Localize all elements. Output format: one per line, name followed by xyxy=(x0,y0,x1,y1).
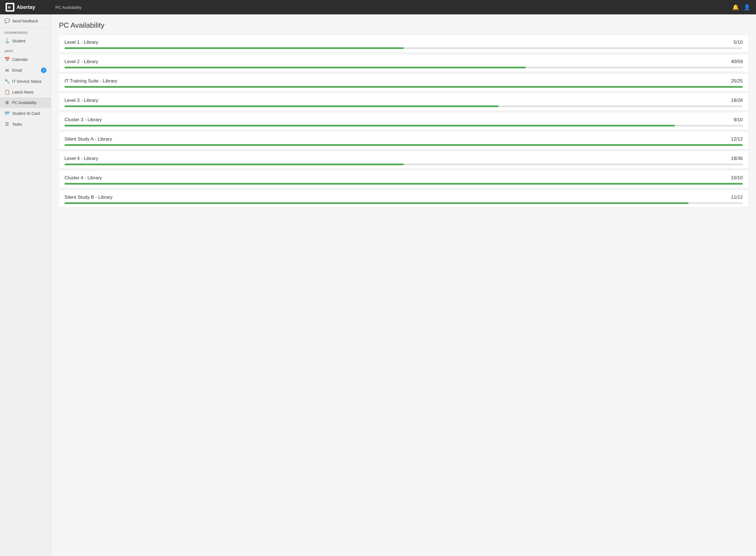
location-count: 18/28 xyxy=(731,98,743,103)
progress-bar-bg xyxy=(65,144,743,146)
calendar-icon: 📅 xyxy=(4,57,9,62)
topnav-title: PC Availability xyxy=(55,5,727,10)
sidebar-calendar-label: Calendar xyxy=(12,57,28,62)
progress-bar-fill xyxy=(65,164,404,165)
sidebar: 💬 Send feedback DASHBOARDS ⚓ Student APP… xyxy=(0,14,51,556)
location-name: Level 3 - Library xyxy=(65,98,98,103)
svg-text:M: M xyxy=(8,5,11,9)
progress-bar-fill xyxy=(65,67,526,68)
page-title: PC Availability xyxy=(59,21,748,30)
sidebar-item-email[interactable]: ✉ Email 4 xyxy=(0,65,51,76)
card-header: Level 3 - Library 18/28 xyxy=(65,98,743,103)
feedback-icon: 💬 xyxy=(4,18,9,24)
card-header: Cluster 3 - Library 9/10 xyxy=(65,117,743,123)
apps-section-label: APPS xyxy=(0,46,51,54)
sidebar-pc-availability-label: PC Availability xyxy=(12,100,37,105)
bell-icon[interactable]: 🔔 xyxy=(732,4,739,10)
location-count: 25/25 xyxy=(731,78,743,84)
card-header: Level 4 - Library 18/36 xyxy=(65,156,743,161)
progress-bar-bg xyxy=(65,183,743,184)
location-name: Level 1 - Library xyxy=(65,40,98,45)
progress-bar-fill xyxy=(65,202,688,204)
sidebar-item-calendar[interactable]: 📅 Calendar xyxy=(0,54,51,65)
email-badge: 4 xyxy=(41,68,46,73)
topnav-icons: 🔔 👤 xyxy=(732,4,751,10)
location-name: Level 2 - Library xyxy=(65,59,98,65)
location-count: 12/12 xyxy=(731,136,743,142)
location-card-it-training-suite: IT Training Suite - Library 25/25 xyxy=(59,74,748,91)
location-count: 9/10 xyxy=(733,117,743,123)
location-card-silent-study-a: Silent Study A - Library 12/12 xyxy=(59,132,748,149)
location-card-level1-library: Level 1 - Library 5/10 xyxy=(59,35,748,52)
topnav: M Abertay PC Availability 🔔 👤 xyxy=(0,0,756,14)
email-icon: ✉ xyxy=(4,68,9,73)
logo-icon: M xyxy=(5,3,14,12)
send-feedback-item[interactable]: 💬 Send feedback xyxy=(0,14,51,28)
dashboards-section-label: DASHBOARDS xyxy=(0,28,51,35)
progress-bar-bg xyxy=(65,125,743,127)
progress-bar-fill xyxy=(65,105,499,107)
sidebar-student-label: Student xyxy=(12,39,26,43)
location-count: 18/36 xyxy=(731,156,743,161)
progress-bar-bg xyxy=(65,202,743,204)
card-header: Level 2 - Library 40/59 xyxy=(65,59,743,65)
location-card-cluster3-library: Cluster 3 - Library 9/10 xyxy=(59,113,748,130)
card-header: Silent Study A - Library 12/12 xyxy=(65,136,743,142)
card-header: Silent Study B - Library 11/12 xyxy=(65,195,743,200)
progress-bar-fill xyxy=(65,86,743,88)
location-card-cluster4-library: Cluster 4 - Library 10/10 xyxy=(59,171,748,188)
sidebar-latest-news-label: Latest News xyxy=(12,90,34,94)
sidebar-email-label: Email xyxy=(12,68,22,72)
location-card-level3-library: Level 3 - Library 18/28 xyxy=(59,93,748,110)
card-header: IT Training Suite - Library 25/25 xyxy=(65,78,743,84)
location-card-level2-library: Level 2 - Library 40/59 xyxy=(59,55,748,72)
anchor-icon: ⚓ xyxy=(4,38,9,43)
main-content: PC Availability Level 1 - Library 5/10 L… xyxy=(51,14,756,556)
sidebar-student-id-label: Student ID Card xyxy=(12,111,40,116)
id-card-icon: 🪪 xyxy=(4,111,9,116)
location-count: 5/10 xyxy=(733,40,743,45)
location-name: Silent Study A - Library xyxy=(65,136,112,142)
progress-bar-fill xyxy=(65,144,743,146)
monitor-icon: 🖥 xyxy=(4,100,9,105)
logo[interactable]: M Abertay xyxy=(5,3,50,12)
locations-list: Level 1 - Library 5/10 Level 2 - Library… xyxy=(59,35,748,207)
location-name: Silent Study B - Library xyxy=(65,195,113,200)
card-header: Level 1 - Library 5/10 xyxy=(65,40,743,45)
tasks-icon: ☰ xyxy=(4,121,9,127)
sidebar-it-service-label: IT Service Status xyxy=(12,79,41,83)
sidebar-tasks-label: Tasks xyxy=(12,122,22,127)
location-count: 10/10 xyxy=(731,175,743,181)
progress-bar-fill xyxy=(65,125,675,127)
sidebar-item-tasks[interactable]: ☰ Tasks xyxy=(0,119,51,130)
location-name: Level 4 - Library xyxy=(65,156,98,161)
sidebar-item-student-id-card[interactable]: 🪪 Student ID Card xyxy=(0,108,51,119)
logo-text: Abertay xyxy=(16,4,35,10)
progress-bar-fill xyxy=(65,47,404,49)
location-count: 11/12 xyxy=(731,195,743,200)
location-card-silent-study-b: Silent Study B - Library 11/12 xyxy=(59,190,748,207)
location-name: Cluster 3 - Library xyxy=(65,117,102,123)
news-icon: 📋 xyxy=(4,90,9,95)
sidebar-item-student[interactable]: ⚓ Student xyxy=(0,35,51,46)
send-feedback-label: Send feedback xyxy=(12,19,38,23)
progress-bar-bg xyxy=(65,67,743,68)
wrench-icon: 🔧 xyxy=(4,79,9,84)
sidebar-item-it-service-status[interactable]: 🔧 IT Service Status xyxy=(0,76,51,86)
location-name: Cluster 4 - Library xyxy=(65,175,102,181)
location-count: 40/59 xyxy=(731,59,743,65)
progress-bar-bg xyxy=(65,105,743,107)
progress-bar-bg xyxy=(65,164,743,165)
sidebar-item-latest-news[interactable]: 📋 Latest News xyxy=(0,86,51,97)
location-name: IT Training Suite - Library xyxy=(65,78,117,84)
progress-bar-bg xyxy=(65,47,743,49)
sidebar-item-pc-availability[interactable]: 🖥 PC Availability xyxy=(0,97,51,108)
user-icon[interactable]: 👤 xyxy=(744,4,751,10)
progress-bar-fill xyxy=(65,183,743,184)
layout: 💬 Send feedback DASHBOARDS ⚓ Student APP… xyxy=(0,14,756,556)
location-card-level4-library: Level 4 - Library 18/36 xyxy=(59,151,748,169)
card-header: Cluster 4 - Library 10/10 xyxy=(65,175,743,181)
progress-bar-bg xyxy=(65,86,743,88)
